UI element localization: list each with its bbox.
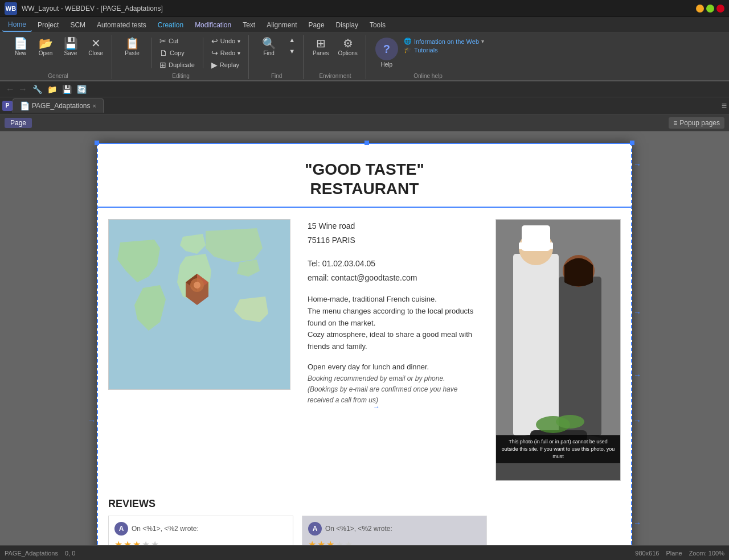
desc-line3: found on the market. — [308, 318, 478, 330]
star-1-1: ★ — [114, 539, 122, 545]
help-button[interactable]: ? Help — [372, 35, 402, 70]
close-window-button[interactable]: × — [716, 5, 724, 13]
arrow-left-mid: → — [88, 416, 96, 425]
desc-line5: friends and family. — [308, 341, 478, 353]
save-button[interactable]: 💾 Save — [59, 35, 82, 59]
info-web-arrow[interactable]: ▾ — [481, 38, 484, 44]
popup-pages-button[interactable]: ≡ Popup pages — [669, 117, 724, 129]
menu-automated-tests[interactable]: Automated tests — [91, 19, 152, 31]
minimize-button[interactable]: – — [696, 5, 704, 13]
toolbar-btn-2[interactable]: 📁 — [46, 83, 58, 96]
new-icon: 📄 — [14, 38, 28, 49]
ribbon-content: 📄 REVIEWS New 📂 Open 💾 Save ✕ Close Gene… — [0, 33, 729, 81]
arrow-right-mid3: → — [633, 416, 641, 425]
find-button[interactable]: 🔍 Find — [255, 35, 283, 59]
star-2-3: ★ — [326, 539, 334, 545]
review2-meta: On <%1>, <%2 wrote: — [325, 525, 392, 533]
tab-page-adaptations[interactable]: 📄 PAGE_Adaptations × — [13, 98, 104, 113]
handle-top-right[interactable] — [630, 141, 634, 145]
status-left: PAGE_Adaptations 0, 0 — [5, 550, 75, 557]
menu-home[interactable]: Home — [2, 18, 32, 32]
find-up-icon: ▲ — [289, 36, 295, 43]
redo-button[interactable]: ↪ Redo ▾ — [208, 47, 244, 59]
review1-stars: ★ ★ ★ ★ ★ — [114, 539, 287, 545]
globe-icon: 🌐 — [404, 38, 412, 45]
tab-label: PAGE_Adaptations — [32, 102, 91, 110]
tab-icon-area: P — [2, 101, 13, 111]
undo-arrow[interactable]: ▾ — [237, 38, 240, 44]
open-button[interactable]: 📂 Open — [34, 35, 57, 59]
status-zoom: Zoom: 100% — [689, 550, 724, 557]
chef-photo-disclaimer-text: This photo (in full or in part) cannot b… — [496, 435, 620, 463]
address-block: 15 Wine road 75116 PARIS — [308, 219, 478, 248]
status-bar: PAGE_Adaptations 0, 0 980x616 Plane Zoom… — [0, 545, 729, 560]
menu-alignment[interactable]: Alignment — [261, 19, 302, 31]
review1-header: A On <%1>, <%2 wrote: — [114, 522, 287, 536]
menu-display[interactable]: Display — [330, 19, 364, 31]
find-up-button[interactable]: ▲ — [285, 35, 298, 44]
toolbar-btn-3[interactable]: 💾 — [60, 83, 73, 96]
redo-arrow[interactable]: ▾ — [237, 50, 240, 56]
menu-creation[interactable]: Creation — [152, 19, 189, 31]
replay-button[interactable]: ▶ Replay — [208, 59, 244, 71]
ribbon: 📄 REVIEWS New 📂 Open 💾 Save ✕ Close Gene… — [0, 33, 729, 81]
tabs-menu-icon[interactable]: ≡ — [722, 101, 727, 111]
close-ribbon-icon: ✕ — [91, 38, 101, 49]
star-1-3: ★ — [133, 539, 141, 545]
svg-point-5 — [194, 282, 200, 289]
main-area: → → → → → → → → → → "GOOD TASTE" RESTAUR… — [0, 131, 729, 545]
cut-button[interactable]: ✂ Cut — [156, 35, 198, 47]
options-button[interactable]: ⚙ Options — [334, 35, 361, 59]
new-button[interactable]: 📄 REVIEWS New — [9, 35, 32, 59]
menu-bar: Home Project SCM Automated tests Creatio… — [0, 17, 729, 33]
star-2-5: ★ — [345, 539, 353, 545]
menu-text[interactable]: Text — [237, 19, 261, 31]
handle-top-center[interactable] — [364, 141, 369, 145]
toolbar-btn-1[interactable]: 🔧 — [31, 83, 43, 96]
svg-rect-10 — [519, 242, 553, 249]
close-button[interactable]: ✕ Close — [84, 35, 107, 59]
star-2-2: ★ — [317, 539, 325, 545]
status-plane: Plane — [666, 550, 682, 557]
editing-group-label: Editing — [172, 73, 190, 79]
page-ribbon-left: Page — [5, 118, 32, 128]
opening: Open every day for lunch and dinner. — [308, 361, 478, 373]
menu-page[interactable]: Page — [303, 19, 330, 31]
editing-separator-1 — [151, 38, 151, 68]
star-2-1: ★ — [308, 539, 316, 545]
chef-spacer — [495, 516, 621, 545]
tab-close-button[interactable]: × — [93, 102, 96, 109]
menu-tools[interactable]: Tools — [364, 19, 391, 31]
maximize-button[interactable]: □ — [706, 5, 714, 13]
tutorials-link[interactable]: 🎓 Tutorials — [404, 46, 484, 53]
svg-point-17 — [556, 415, 584, 429]
menu-scm[interactable]: SCM — [64, 19, 91, 31]
menu-project[interactable]: Project — [32, 19, 64, 31]
handle-top-left[interactable] — [95, 141, 99, 145]
chef-image: This photo (in full or in part) cannot b… — [495, 219, 621, 481]
map-image — [108, 219, 290, 390]
status-page-name: PAGE_Adaptations — [5, 550, 58, 557]
info-web-link[interactable]: 🌐 Information on the Web ▾ — [404, 38, 484, 45]
back-button[interactable]: ← — [5, 84, 16, 95]
forward-button[interactable]: → — [17, 84, 28, 95]
world-map-svg — [109, 220, 290, 390]
star-1-4: ★ — [142, 539, 150, 545]
duplicate-button[interactable]: ⊞ Duplicate — [156, 59, 198, 71]
editing-separator-2 — [203, 38, 203, 68]
svg-rect-7 — [513, 254, 559, 436]
page-icon: P — [2, 101, 13, 111]
canvas-area[interactable]: → → → → → → → → → → "GOOD TASTE" RESTAUR… — [0, 131, 729, 545]
panes-button[interactable]: ⊞ Panes — [309, 35, 332, 59]
review2-stars: ★ ★ ★ ★ ★ — [308, 539, 481, 545]
menu-modification[interactable]: Modification — [189, 19, 237, 31]
toolbar-btn-4[interactable]: 🔄 — [75, 83, 88, 96]
find-down-button[interactable]: ▼ — [285, 47, 298, 56]
restaurant-header: "GOOD TASTE" RESTAURANT — [97, 143, 632, 208]
undo-button[interactable]: ↩ Undo ▾ — [208, 35, 244, 47]
general-group-label: General — [48, 73, 68, 79]
address-line2: 75116 PARIS — [308, 233, 478, 248]
copy-button[interactable]: 🗋 Copy — [156, 47, 198, 59]
ribbon-group-action: 🔍 Find ▲ ▼ Find — [250, 35, 304, 79]
paste-button[interactable]: 📋 Paste — [118, 35, 146, 59]
